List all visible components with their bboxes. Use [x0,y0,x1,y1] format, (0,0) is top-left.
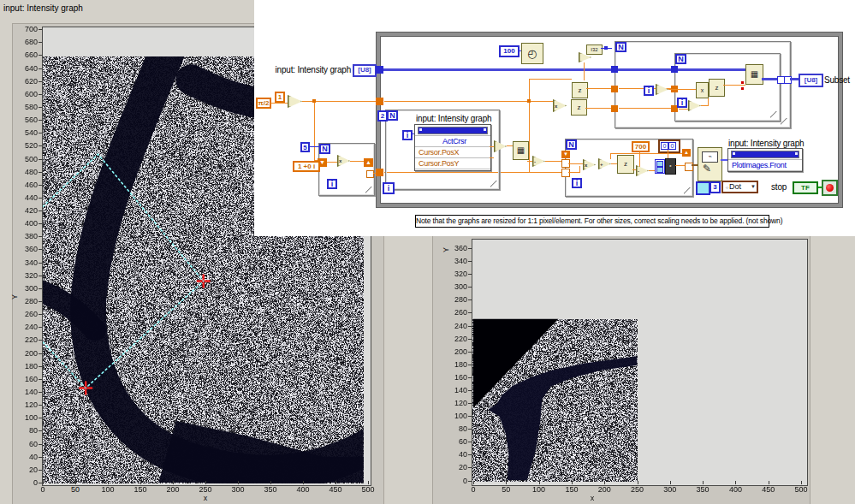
wire [507,145,513,146]
x-tick-mark [108,481,109,484]
stop-boolean-terminal[interactable]: TF [793,181,818,194]
property-cursor-posx[interactable]: Cursor.PosX [415,147,490,158]
left-x-axis-label: x [200,494,211,502]
y-tick-mark [39,185,42,186]
y-tick-mark [39,366,42,367]
cluster-constant-0-0[interactable]: 0 0 [658,139,680,153]
wait-ms-icon[interactable]: ◴ [521,43,543,64]
loop-resize-corner [781,118,787,125]
x-tick-label: 100 [98,485,118,494]
y-tick-mark [39,172,42,173]
property-actcrsr[interactable]: ActCrsr [415,136,490,147]
y-tick-label: 260 [7,310,38,318]
y-tick-mark [39,314,42,315]
for-loop-count-terminal: N [615,42,626,52]
wire [619,108,671,109]
complex-constant[interactable]: 1 +0 i [293,161,320,172]
bundle-node[interactable]: ‣ [665,158,676,175]
wire [568,163,583,164]
property-node-class-row [415,125,490,136]
bundle-node[interactable] [494,140,507,152]
y-tick-mark [39,42,42,43]
x-tick-label: 200 [163,485,183,494]
complex-re-im-node[interactable]: z [709,79,725,97]
polar-to-complex-node[interactable] [288,95,302,108]
property-node-cursors[interactable]: ActCrsr Cursor.PosX Cursor.PosY [414,124,491,171]
const-700[interactable]: 700 [632,141,650,152]
u8-array-control-terminal[interactable]: [U8] [353,64,377,77]
y-tick-mark [468,454,472,455]
for-loop-count-terminal: N [566,139,577,150]
y-tick-mark [468,403,472,404]
index-array-node[interactable]: ▦ [745,64,763,85]
x-tick-mark [303,481,304,484]
y-tick-mark [39,145,42,146]
multiply-node[interactable]: x [553,99,567,112]
wire [701,105,708,106]
increment-node[interactable] [579,52,591,62]
wait-ms-constant[interactable]: 100 [499,45,520,57]
scale-node[interactable] [688,100,701,111]
property-node-title: input: Intensity graph [728,139,804,148]
subset-indicator-terminal[interactable]: [U8] [799,74,823,87]
compound-multiply-node[interactable]: x [696,82,709,98]
one-constant[interactable]: 1 [275,92,285,103]
subtract-node[interactable]: - [636,165,649,176]
wire [675,165,685,166]
color-box-constant[interactable] [696,181,710,195]
loop-condition-stop-button[interactable] [822,180,838,196]
y-tick-label: 380 [7,232,38,240]
iteration-terminal: i [677,98,687,108]
scale-node[interactable] [656,84,668,95]
y-tick-label: 60 [7,440,38,448]
subtract-node[interactable]: - [532,156,545,167]
y-tick-mark [39,263,42,264]
y-tick-label: 580 [7,103,38,111]
wire [490,146,494,147]
y-tick-mark [39,249,42,250]
y-tick-label: 120 [7,400,38,409]
tunnel [671,66,678,73]
coercion-dot [741,81,744,84]
five-constant[interactable]: 5 [300,142,310,152]
x-tick-label: 500 [791,485,811,494]
add-node[interactable]: + [598,158,611,169]
convert-pair-node[interactable] [655,159,665,174]
subset-graph-plot[interactable] [472,240,805,483]
x-tick-mark [604,481,605,484]
y-tick-label: 60 [436,437,467,446]
y-tick-mark [39,353,42,354]
loop-resize-corner [490,181,497,187]
y-tick-label: 340 [7,258,38,267]
x-tick-label: 0 [33,485,53,494]
y-tick-mark [39,29,42,30]
y-tick-mark [468,365,472,365]
line-style-dropdown[interactable]: ⁘Dot ▼ [721,181,758,193]
x-tick-mark [43,481,44,484]
pi-half-constant[interactable]: π/2 [256,98,271,109]
index-array-node[interactable]: ▦ [513,141,529,160]
wire [270,103,288,104]
note-label: Note that the graphs are resized for 1:1… [415,215,769,228]
complex-to-polar-node[interactable]: z [572,82,588,98]
complex-re-im-node[interactable]: z [617,155,634,174]
y-tick-label: 80 [7,426,38,435]
y-tick-mark [39,120,42,121]
draw-line-picture-node[interactable]: ⌁ ✎ [698,147,722,181]
x-tick-label: 350 [692,485,713,494]
wire [611,163,617,164]
multiply-node[interactable]: x [337,155,350,167]
y-tick-mark [39,457,42,458]
y-tick-mark [39,340,42,341]
tunnel [611,105,618,112]
y-tick-label: 540 [7,128,38,137]
line-width-constant[interactable]: 3 [710,181,721,193]
y-tick-label: 80 [436,424,467,433]
x-tick-mark [173,481,174,484]
wire [585,108,612,109]
property-cursor-posy[interactable]: Cursor.PosY [415,158,490,169]
property-node-plotimages[interactable]: PlotImages.Front [727,148,803,172]
property-plotimages-front[interactable]: PlotImages.Front [728,160,802,171]
multiply-node[interactable]: x [583,159,596,170]
for-loop-inner[interactable] [674,53,781,122]
